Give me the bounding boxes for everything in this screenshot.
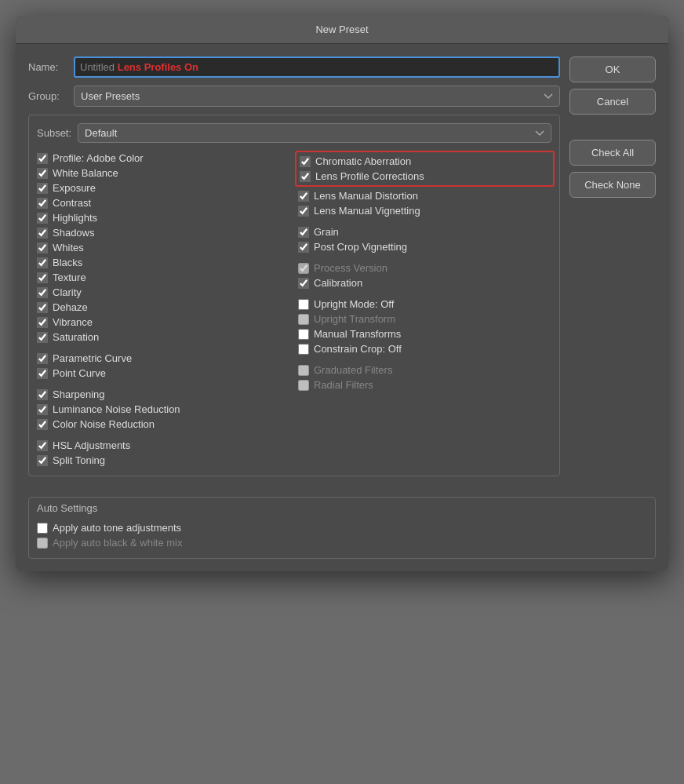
checkbox-label: Apply auto tone adjustments — [53, 522, 181, 534]
list-item: Constrain Crop: Off — [298, 341, 551, 356]
spacer — [298, 254, 551, 261]
checkbox[interactable] — [300, 156, 311, 167]
checkbox[interactable] — [37, 523, 48, 534]
checkbox-label: Shadows — [53, 227, 94, 239]
subset-container: Subset: Default Profile: Adobe ColorWhit… — [28, 115, 560, 476]
checkbox[interactable] — [37, 302, 48, 313]
name-label: Name: — [28, 61, 67, 73]
checkbox[interactable] — [298, 380, 309, 391]
checkbox-label: Parametric Curve — [53, 352, 132, 364]
checkbox[interactable] — [37, 287, 48, 298]
subset-row: Subset: Default — [37, 123, 551, 143]
checkbox[interactable] — [37, 332, 48, 343]
cancel-button[interactable]: Cancel — [569, 89, 656, 115]
title-bar: New Preset — [16, 16, 668, 44]
checkbox[interactable] — [298, 263, 309, 274]
checkbox[interactable] — [37, 257, 48, 268]
list-item: Luminance Noise Reduction — [37, 402, 290, 417]
ok-button[interactable]: OK — [569, 57, 656, 82]
checkbox[interactable] — [37, 153, 48, 164]
checkbox[interactable] — [298, 344, 309, 355]
spacer — [298, 218, 551, 224]
list-item: Point Curve — [37, 366, 290, 381]
checklist-area: Profile: Adobe ColorWhite BalanceExposur… — [37, 151, 551, 468]
checkbox-label: Sharpening — [53, 388, 105, 400]
checkbox[interactable] — [298, 278, 309, 289]
checkbox-label: Grain — [314, 226, 339, 238]
list-item: Sharpening — [37, 387, 290, 402]
list-item: Post Crop Vignetting — [298, 239, 551, 254]
spacer — [298, 356, 551, 363]
spacer — [37, 345, 290, 351]
checkbox[interactable] — [298, 299, 309, 310]
list-item: Calibration — [298, 275, 551, 290]
list-item: Saturation — [37, 330, 290, 345]
checkbox-label: Texture — [53, 272, 86, 283]
checkbox[interactable] — [37, 168, 48, 179]
list-item: Vibrance — [37, 315, 290, 330]
checkbox-label: Luminance Noise Reduction — [53, 403, 180, 415]
checkbox-label: Graduated Filters — [314, 364, 392, 376]
checkbox-label: White Balance — [53, 167, 118, 179]
checkbox[interactable] — [37, 198, 48, 209]
checkbox-label: Post Crop Vignetting — [314, 241, 407, 253]
checkbox[interactable] — [298, 242, 309, 253]
checkbox[interactable] — [298, 206, 309, 217]
checkbox[interactable] — [298, 365, 309, 376]
list-item: Parametric Curve — [37, 351, 290, 366]
list-item: Exposure — [37, 181, 290, 195]
list-item: Whites — [37, 240, 290, 255]
new-preset-dialog: New Preset Name: Untitled Lens Profiles … — [16, 16, 668, 571]
list-item: Shadows — [37, 225, 290, 240]
checkbox-label: Whites — [53, 242, 84, 253]
checkbox[interactable] — [37, 389, 48, 400]
auto-settings-content: Apply auto tone adjustmentsApply auto bl… — [29, 517, 655, 558]
checkbox[interactable] — [298, 227, 309, 238]
checkbox[interactable] — [37, 272, 48, 283]
highlighted-group: Chromatic AberrationLens Profile Correct… — [295, 151, 555, 187]
list-item: Lens Manual Vignetting — [298, 203, 551, 218]
spacer — [37, 432, 290, 438]
spacer — [37, 381, 290, 387]
checkbox[interactable] — [37, 183, 48, 194]
checkbox[interactable] — [37, 317, 48, 328]
checkbox[interactable] — [37, 353, 48, 364]
checkbox[interactable] — [298, 314, 309, 325]
list-item: White Balance — [37, 166, 290, 181]
list-item: Chromatic Aberration — [300, 154, 550, 169]
checkbox[interactable] — [37, 455, 48, 466]
checkbox-label: Highlights — [53, 212, 97, 224]
checkbox[interactable] — [37, 242, 48, 253]
checkbox-label: Upright Transform — [314, 313, 395, 325]
checkbox[interactable] — [37, 404, 48, 415]
checkbox[interactable] — [37, 538, 48, 549]
auto-settings-title: Auto Settings — [29, 498, 655, 517]
list-item: HSL Adjustments — [37, 438, 290, 453]
checkbox[interactable] — [298, 329, 309, 340]
group-select[interactable]: User Presets — [74, 86, 560, 107]
list-item: Contrast — [37, 195, 290, 210]
group-field-row: Group: User Presets — [28, 86, 560, 107]
subset-select[interactable]: Default — [78, 123, 551, 143]
checkbox-label: Blacks — [53, 257, 82, 268]
list-item: Split Toning — [37, 453, 290, 468]
check-none-button[interactable]: Check None — [569, 172, 656, 198]
checkbox[interactable] — [37, 228, 48, 239]
checkbox-label: Contrast — [53, 197, 91, 209]
checkbox[interactable] — [37, 213, 48, 224]
name-input[interactable]: Untitled Lens Profiles On — [74, 57, 560, 78]
checkbox[interactable] — [37, 419, 48, 430]
checkbox-label: Manual Transforms — [314, 328, 401, 340]
checkbox-label: Upright Mode: Off — [314, 298, 394, 310]
checkbox[interactable] — [37, 440, 48, 451]
check-all-button[interactable]: Check All — [569, 140, 656, 166]
checkbox-label: Constrain Crop: Off — [314, 343, 402, 355]
right-checklist-col: Chromatic AberrationLens Profile Correct… — [298, 151, 551, 468]
checkbox[interactable] — [300, 171, 311, 182]
list-item: Manual Transforms — [298, 326, 551, 341]
left-panel: Name: Untitled Lens Profiles On Group: U… — [28, 57, 560, 484]
checkbox-label: Point Curve — [53, 367, 106, 379]
checkbox[interactable] — [37, 368, 48, 379]
checkbox-label: Split Toning — [53, 454, 105, 466]
checkbox[interactable] — [298, 191, 309, 202]
